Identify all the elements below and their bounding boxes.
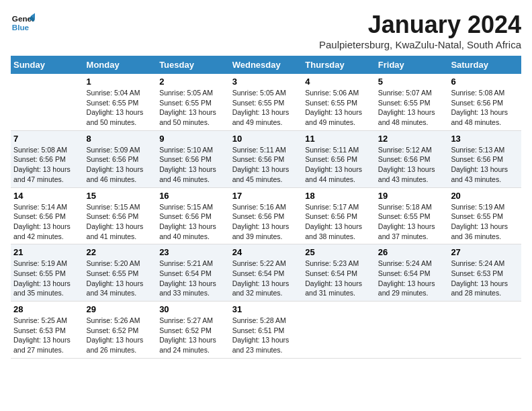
day-number: 14: [13, 191, 81, 201]
day-number: 6: [451, 77, 519, 87]
calendar-cell: 5Sunrise: 5:07 AMSunset: 6:55 PMDaylight…: [375, 74, 449, 130]
calendar-week-row: 21Sunrise: 5:19 AMSunset: 6:55 PMDayligh…: [11, 244, 521, 302]
day-number: 20: [451, 191, 519, 201]
calendar-week-row: 14Sunrise: 5:14 AMSunset: 6:56 PMDayligh…: [11, 187, 521, 244]
header-monday: Monday: [84, 56, 157, 74]
calendar-cell: 13Sunrise: 5:13 AMSunset: 6:56 PMDayligh…: [448, 130, 521, 187]
day-detail: Sunrise: 5:15 AMSunset: 6:56 PMDaylight:…: [87, 202, 154, 242]
day-number: 31: [232, 304, 300, 314]
calendar-cell: 29Sunrise: 5:26 AMSunset: 6:52 PMDayligh…: [84, 302, 157, 359]
day-number: 16: [159, 191, 227, 201]
day-detail: Sunrise: 5:05 AMSunset: 6:55 PMDaylight:…: [232, 88, 300, 128]
day-detail: Sunrise: 5:11 AMSunset: 6:56 PMDaylight:…: [305, 145, 373, 185]
day-detail: Sunrise: 5:04 AMSunset: 6:55 PMDaylight:…: [87, 88, 154, 128]
header-tuesday: Tuesday: [157, 56, 230, 74]
calendar-cell: 11Sunrise: 5:11 AMSunset: 6:56 PMDayligh…: [302, 130, 375, 187]
day-number: 17: [232, 191, 300, 201]
day-detail: Sunrise: 5:28 AMSunset: 6:51 PMDaylight:…: [232, 316, 300, 355]
calendar-cell: 17Sunrise: 5:16 AMSunset: 6:56 PMDayligh…: [230, 187, 303, 244]
header-thursday: Thursday: [302, 56, 375, 74]
svg-text:Blue: Blue: [12, 23, 30, 32]
day-detail: Sunrise: 5:22 AMSunset: 6:54 PMDaylight:…: [232, 259, 300, 298]
calendar-cell: 12Sunrise: 5:12 AMSunset: 6:56 PMDayligh…: [375, 130, 449, 187]
calendar-cell: 19Sunrise: 5:18 AMSunset: 6:55 PMDayligh…: [375, 187, 449, 244]
day-detail: Sunrise: 5:16 AMSunset: 6:56 PMDaylight:…: [232, 202, 300, 242]
day-number: 26: [378, 247, 446, 257]
day-detail: Sunrise: 5:13 AMSunset: 6:56 PMDaylight:…: [451, 145, 519, 185]
day-detail: Sunrise: 5:08 AMSunset: 6:56 PMDaylight:…: [13, 145, 81, 185]
calendar-header-row: SundayMondayTuesdayWednesdayThursdayFrid…: [11, 56, 521, 74]
logo-icon: General Blue: [11, 11, 35, 35]
day-number: 15: [87, 191, 154, 201]
day-detail: Sunrise: 5:07 AMSunset: 6:55 PMDaylight:…: [378, 88, 446, 128]
day-detail: Sunrise: 5:19 AMSunset: 6:55 PMDaylight:…: [451, 202, 519, 242]
calendar-cell: 8Sunrise: 5:09 AMSunset: 6:56 PMDaylight…: [84, 130, 157, 187]
calendar-cell: 24Sunrise: 5:22 AMSunset: 6:54 PMDayligh…: [230, 244, 303, 302]
day-detail: Sunrise: 5:06 AMSunset: 6:55 PMDaylight:…: [305, 88, 373, 128]
day-detail: Sunrise: 5:24 AMSunset: 6:53 PMDaylight:…: [451, 259, 519, 298]
day-detail: Sunrise: 5:17 AMSunset: 6:56 PMDaylight:…: [305, 202, 373, 242]
day-detail: Sunrise: 5:15 AMSunset: 6:56 PMDaylight:…: [159, 202, 227, 242]
calendar-cell: 4Sunrise: 5:06 AMSunset: 6:55 PMDaylight…: [302, 74, 375, 130]
calendar-cell: 18Sunrise: 5:17 AMSunset: 6:56 PMDayligh…: [302, 187, 375, 244]
calendar-table: SundayMondayTuesdayWednesdayThursdayFrid…: [11, 56, 521, 359]
page-subtitle: Paulpietersburg, KwaZulu-Natal, South Af…: [319, 39, 521, 50]
day-number: 29: [87, 304, 154, 314]
page-title: January 2024: [319, 11, 521, 39]
day-detail: Sunrise: 5:26 AMSunset: 6:52 PMDaylight:…: [87, 316, 154, 355]
day-number: 28: [13, 304, 81, 314]
calendar-cell: 10Sunrise: 5:11 AMSunset: 6:56 PMDayligh…: [230, 130, 303, 187]
header-friday: Friday: [375, 56, 449, 74]
day-detail: Sunrise: 5:21 AMSunset: 6:54 PMDaylight:…: [159, 259, 227, 298]
day-number: 27: [451, 247, 519, 257]
calendar-cell: [302, 302, 375, 359]
calendar-week-row: 7Sunrise: 5:08 AMSunset: 6:56 PMDaylight…: [11, 130, 521, 187]
calendar-cell: 2Sunrise: 5:05 AMSunset: 6:55 PMDaylight…: [157, 74, 230, 130]
page-header: General Blue January 2024 Paulpietersbur…: [11, 11, 521, 50]
day-number: 4: [305, 77, 373, 87]
day-number: 7: [13, 134, 81, 144]
calendar-week-row: 28Sunrise: 5:25 AMSunset: 6:53 PMDayligh…: [11, 302, 521, 359]
day-number: 2: [159, 77, 227, 87]
calendar-cell: 1Sunrise: 5:04 AMSunset: 6:55 PMDaylight…: [84, 74, 157, 130]
day-number: 24: [232, 247, 300, 257]
day-number: 25: [305, 247, 373, 257]
day-detail: Sunrise: 5:19 AMSunset: 6:55 PMDaylight:…: [13, 259, 81, 298]
day-detail: Sunrise: 5:05 AMSunset: 6:55 PMDaylight:…: [159, 88, 227, 128]
day-number: 13: [451, 134, 519, 144]
day-number: 5: [378, 77, 446, 87]
logo: General Blue: [11, 11, 35, 35]
title-area: January 2024 Paulpietersburg, KwaZulu-Na…: [319, 11, 521, 50]
calendar-cell: 6Sunrise: 5:08 AMSunset: 6:56 PMDaylight…: [448, 74, 521, 130]
day-detail: Sunrise: 5:20 AMSunset: 6:55 PMDaylight:…: [87, 259, 154, 298]
day-detail: Sunrise: 5:11 AMSunset: 6:56 PMDaylight:…: [232, 145, 300, 185]
calendar-cell: 16Sunrise: 5:15 AMSunset: 6:56 PMDayligh…: [157, 187, 230, 244]
calendar-cell: 15Sunrise: 5:15 AMSunset: 6:56 PMDayligh…: [84, 187, 157, 244]
calendar-cell: 23Sunrise: 5:21 AMSunset: 6:54 PMDayligh…: [157, 244, 230, 302]
calendar-cell: 7Sunrise: 5:08 AMSunset: 6:56 PMDaylight…: [11, 130, 84, 187]
day-number: 9: [159, 134, 227, 144]
header-sunday: Sunday: [11, 56, 84, 74]
calendar-cell: [375, 302, 449, 359]
day-detail: Sunrise: 5:08 AMSunset: 6:56 PMDaylight:…: [451, 88, 519, 128]
calendar-cell: 25Sunrise: 5:23 AMSunset: 6:54 PMDayligh…: [302, 244, 375, 302]
calendar-cell: 27Sunrise: 5:24 AMSunset: 6:53 PMDayligh…: [448, 244, 521, 302]
calendar-cell: [11, 74, 84, 130]
day-detail: Sunrise: 5:14 AMSunset: 6:56 PMDaylight:…: [13, 202, 81, 242]
day-detail: Sunrise: 5:27 AMSunset: 6:52 PMDaylight:…: [159, 316, 227, 355]
day-number: 18: [305, 191, 373, 201]
calendar-cell: 28Sunrise: 5:25 AMSunset: 6:53 PMDayligh…: [11, 302, 84, 359]
calendar-cell: 31Sunrise: 5:28 AMSunset: 6:51 PMDayligh…: [230, 302, 303, 359]
day-number: 22: [87, 247, 154, 257]
day-number: 1: [87, 77, 154, 87]
day-number: 21: [13, 247, 81, 257]
day-number: 11: [305, 134, 373, 144]
day-detail: Sunrise: 5:12 AMSunset: 6:56 PMDaylight:…: [378, 145, 446, 185]
header-wednesday: Wednesday: [230, 56, 303, 74]
day-detail: Sunrise: 5:25 AMSunset: 6:53 PMDaylight:…: [13, 316, 81, 355]
calendar-cell: 9Sunrise: 5:10 AMSunset: 6:56 PMDaylight…: [157, 130, 230, 187]
day-number: 30: [159, 304, 227, 314]
day-detail: Sunrise: 5:23 AMSunset: 6:54 PMDaylight:…: [305, 259, 373, 298]
day-number: 19: [378, 191, 446, 201]
calendar-cell: [448, 302, 521, 359]
